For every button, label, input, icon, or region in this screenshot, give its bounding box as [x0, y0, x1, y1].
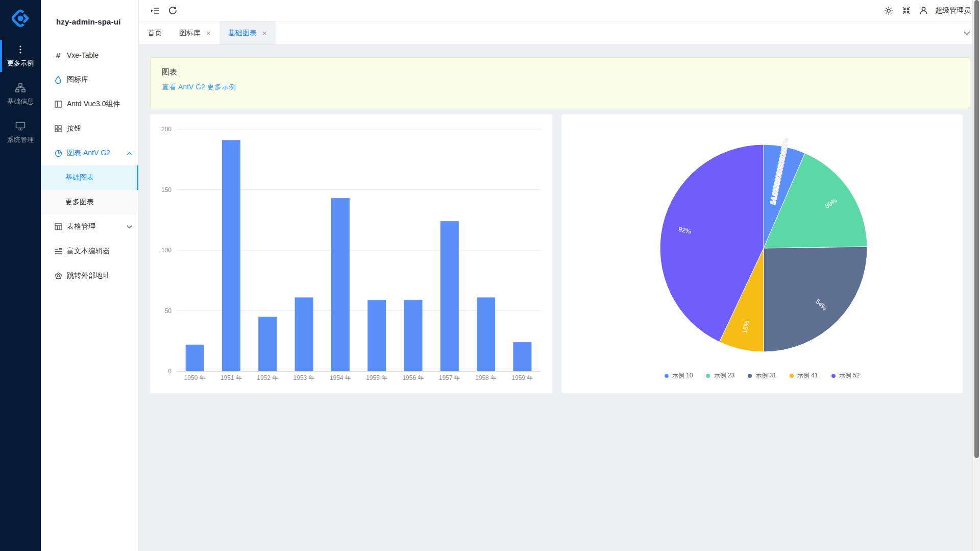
svg-text:1956 年: 1956 年	[402, 374, 424, 381]
svg-text:1957 年: 1957 年	[439, 374, 460, 381]
chevron-down-icon	[964, 31, 970, 35]
grid-icon	[54, 125, 62, 133]
alert-title: 图表	[162, 67, 959, 77]
refresh-button[interactable]	[164, 0, 181, 21]
legend-label: 示例 10	[672, 371, 693, 380]
legend-item[interactable]: 示例 41	[790, 371, 818, 380]
menu-item-external-link[interactable]: 跳转外部地址	[41, 263, 138, 288]
tab-icon-library[interactable]: 图标库 ×	[170, 21, 219, 44]
bar-chart[interactable]: 0501001502001950 年1951 年1952 年1953 年1954…	[158, 122, 545, 391]
rail-item-basic-info[interactable]: 基础信息	[0, 75, 41, 113]
menu-item-table-mgmt[interactable]: 表格管理	[41, 214, 138, 239]
close-icon[interactable]: ×	[206, 29, 211, 37]
tab-basic-charts[interactable]: 基础图表 ×	[219, 21, 276, 44]
legend-label: 示例 52	[839, 371, 860, 380]
cluster-icon	[15, 83, 26, 92]
scrollbar-thumb[interactable]	[974, 0, 979, 458]
gear-icon	[884, 6, 893, 15]
app-root: 更多示例 基础信息 系统管理 hzy-admin-spa-ui # Vxe-Ta…	[0, 0, 980, 551]
tab-bar: 首页 图标库 × 基础图表 ×	[139, 21, 980, 45]
menu-fold-icon	[151, 7, 160, 15]
app-logo[interactable]	[0, 0, 41, 37]
svg-text:150: 150	[161, 186, 172, 194]
main-content: 图表 查看 AntV G2 更多示例 0501001502001950 年195…	[139, 45, 980, 551]
app-title: hzy-admin-spa-ui	[41, 0, 138, 43]
antv-g2-examples-link[interactable]: 查看 AntV G2 更多示例	[162, 83, 236, 92]
legend-dot	[706, 374, 710, 378]
svg-text:1953 年: 1953 年	[293, 374, 315, 381]
legend-label: 示例 31	[755, 371, 776, 380]
fullscreen-exit-icon	[902, 6, 911, 15]
table-icon	[54, 223, 62, 231]
submenu-item-basic-charts[interactable]: 基础图表	[41, 165, 138, 190]
charts-row: 0501001502001950 年1951 年1952 年1953 年1954…	[150, 114, 970, 393]
more-dots-icon	[16, 45, 24, 54]
legend-item[interactable]: 示例 31	[748, 371, 776, 380]
legend-dot	[665, 374, 669, 378]
chevron-up-icon	[127, 152, 132, 155]
submenu-item-label: 更多图表	[65, 198, 94, 207]
page-scrollbar[interactable]	[972, 0, 980, 551]
settings-button[interactable]	[880, 0, 897, 21]
legend-label: 示例 41	[797, 371, 818, 380]
sidebar-menu: # Vxe-Table 图标库 Antd Vue3.0组件	[41, 43, 138, 551]
menu-item-buttons[interactable]: 按钮	[41, 116, 138, 141]
svg-text:1958 年: 1958 年	[475, 374, 497, 381]
pie-chart-card: 14.000000000000002%14.000000000000002%39…	[561, 114, 963, 393]
layout-icon	[54, 100, 62, 108]
submenu-item-more-charts[interactable]: 更多图表	[41, 190, 138, 214]
tab-home[interactable]: 首页	[139, 21, 170, 44]
svg-text:0: 0	[168, 368, 172, 375]
user-icon	[919, 6, 928, 15]
legend-item[interactable]: 示例 52	[831, 371, 860, 380]
menu-item-antv-g2[interactable]: 图表 AntV G2	[41, 141, 138, 165]
rich-text-icon	[54, 247, 62, 255]
rail-item-label: 更多示例	[7, 59, 34, 68]
logo-diamond-icon	[9, 7, 32, 30]
menu-item-label: 按钮	[67, 124, 81, 133]
water-drop-icon	[54, 76, 62, 84]
menu-fold-button[interactable]	[146, 0, 164, 21]
menu-item-icon-library[interactable]: 图标库	[41, 67, 138, 92]
svg-text:1951 年: 1951 年	[220, 374, 242, 381]
top-header: 超级管理员	[139, 0, 980, 21]
pie-icon	[54, 149, 62, 157]
svg-text:1955 年: 1955 年	[366, 374, 387, 381]
rail-item-more-examples[interactable]: 更多示例	[0, 37, 41, 75]
rail-item-label: 基础信息	[7, 97, 34, 106]
menu-item-label: Antd Vue3.0组件	[67, 100, 120, 109]
legend-item[interactable]: 示例 10	[665, 371, 693, 380]
menu-item-rich-text-editor[interactable]: 富文本编辑器	[41, 239, 138, 263]
fullscreen-exit-button[interactable]	[897, 0, 915, 21]
menu-item-label: 表格管理	[67, 222, 95, 231]
content-column: 超级管理员 首页 图标库 × 基础图表 × 图表	[139, 0, 980, 551]
menu-item-label: 图表 AntV G2	[67, 149, 110, 158]
menu-item-label: 富文本编辑器	[67, 247, 110, 256]
pie-legend: 示例 10 示例 23 示例 31 示例 41	[665, 371, 860, 380]
tab-label: 图标库	[179, 29, 201, 38]
svg-text:1954 年: 1954 年	[330, 374, 351, 381]
tab-label: 首页	[148, 29, 162, 38]
svg-text:1952 年: 1952 年	[257, 374, 278, 381]
medal-icon	[54, 272, 62, 280]
svg-text:1950 年: 1950 年	[184, 374, 206, 381]
user-name[interactable]: 超级管理员	[935, 6, 971, 15]
secondary-sidebar: hzy-admin-spa-ui # Vxe-Table 图标库	[41, 0, 139, 551]
submenu-item-label: 基础图表	[65, 173, 94, 182]
chevron-down-icon	[127, 225, 132, 229]
legend-dot	[748, 374, 752, 378]
close-icon[interactable]: ×	[262, 29, 267, 37]
legend-dot	[831, 374, 836, 378]
menu-item-label: 图标库	[67, 75, 88, 84]
user-avatar-button[interactable]	[915, 0, 932, 21]
menu-item-antd-vue[interactable]: Antd Vue3.0组件	[41, 92, 138, 116]
pie-chart[interactable]: 14.000000000000002%14.000000000000002%39…	[569, 122, 955, 367]
menu-item-label: 跳转外部地址	[67, 271, 110, 280]
rail-item-system-mgmt[interactable]: 系统管理	[0, 113, 41, 152]
rail-item-label: 系统管理	[7, 135, 34, 145]
bar-chart-card: 0501001502001950 年1951 年1952 年1953 年1954…	[150, 114, 552, 393]
menu-item-vxe-table[interactable]: # Vxe-Table	[41, 43, 138, 67]
tabbar-spacer	[276, 21, 953, 44]
legend-item[interactable]: 示例 23	[706, 371, 734, 380]
primary-sidebar: 更多示例 基础信息 系统管理	[0, 0, 41, 551]
